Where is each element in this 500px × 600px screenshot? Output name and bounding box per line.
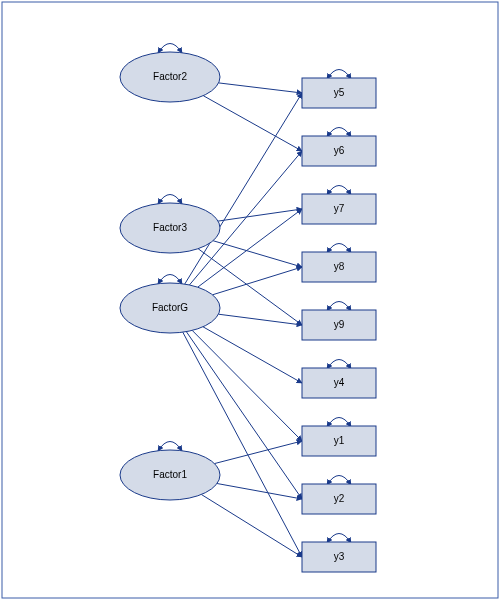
observed-node-y5: y5	[302, 78, 376, 108]
edge-Factor3-y8	[213, 241, 302, 267]
latent-node-label: Factor2	[153, 71, 187, 82]
observed-node-label: y4	[334, 377, 345, 388]
edge-Factor1-y2	[217, 484, 302, 500]
observed-node-label: y9	[334, 319, 345, 330]
observed-node-y8: y8	[302, 252, 376, 282]
latent-node-label: Factor1	[153, 469, 187, 480]
observed-node-label: y1	[334, 435, 345, 446]
observed-node-label: y8	[334, 261, 345, 272]
diagram-frame	[2, 2, 498, 598]
edge-Factor1-y1	[214, 441, 302, 464]
latent-node-Factor2: Factor2	[120, 52, 220, 102]
edge-FactorG-y4	[203, 327, 302, 383]
edge-Factor3-y7	[218, 209, 302, 221]
observed-node-y6: y6	[302, 136, 376, 166]
edge-Factor2-y6	[203, 96, 302, 151]
latent-node-Factor1: Factor1	[120, 450, 220, 500]
observed-node-label: y3	[334, 551, 345, 562]
edge-FactorG-y5	[185, 93, 302, 284]
observed-node-label: y5	[334, 87, 345, 98]
observed-node-label: y2	[334, 493, 345, 504]
sem-path-diagram: Factor2Factor3FactorGFactor1y5y6y7y8y9y4…	[0, 0, 500, 600]
observed-node-y3: y3	[302, 542, 376, 572]
edge-FactorG-y3	[183, 332, 302, 557]
observed-node-y2: y2	[302, 484, 376, 514]
observed-node-y7: y7	[302, 194, 376, 224]
edge-Factor1-y3	[201, 495, 302, 558]
latent-node-Factor3: Factor3	[120, 203, 220, 253]
observed-node-y1: y1	[302, 426, 376, 456]
observed-node-label: y7	[334, 203, 345, 214]
edge-Factor2-y5	[219, 83, 302, 93]
latent-node-FactorG: FactorG	[120, 283, 220, 333]
observed-node-y9: y9	[302, 310, 376, 340]
latent-node-label: FactorG	[152, 302, 188, 313]
edge-FactorG-y1	[192, 330, 302, 441]
observed-node-y4: y4	[302, 368, 376, 398]
latent-node-label: Factor3	[153, 222, 187, 233]
edge-FactorG-y8	[213, 267, 303, 295]
observed-node-label: y6	[334, 145, 345, 156]
